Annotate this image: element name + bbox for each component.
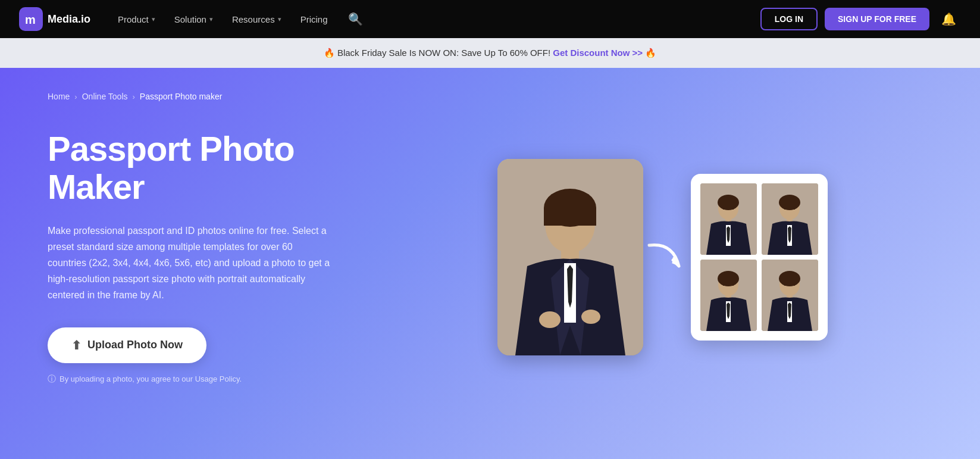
navbar: m Media.io Product ▾ Solution ▾ Resource… — [0, 0, 980, 38]
fire-icon-left: 🔥 — [324, 48, 335, 58]
disclaimer-text: By uploading a photo, you agree to our U… — [60, 374, 242, 383]
nav-pricing[interactable]: Pricing — [292, 10, 336, 29]
hero-left: Passport Photo Maker Make professional p… — [48, 130, 357, 385]
chevron-down-icon: ▾ — [278, 15, 281, 23]
svg-rect-4 — [544, 208, 596, 226]
hero-illustration — [393, 138, 932, 376]
breadcrumb-separator: › — [133, 92, 135, 101]
info-icon: ⓘ — [48, 374, 56, 385]
logo-text: Media.io — [48, 13, 90, 26]
svg-point-8 — [539, 311, 561, 328]
search-icon[interactable]: 🔍 — [343, 7, 368, 31]
disclaimer: ⓘ By uploading a photo, you agree to our… — [48, 374, 357, 385]
banner-text: Black Friday Sale Is NOW ON: Save Up To … — [337, 48, 550, 58]
page-title: Passport Photo Maker — [48, 130, 357, 206]
hero-description: Make professional passport and ID photos… — [48, 223, 333, 304]
logo-icon: m — [19, 7, 43, 31]
breadcrumb-separator: › — [74, 92, 77, 101]
nav-solution[interactable]: Solution ▾ — [166, 10, 221, 29]
passport-result-grid — [691, 174, 828, 341]
hero-body: Passport Photo Maker Make professional p… — [48, 130, 932, 385]
svg-text:m: m — [25, 13, 36, 26]
nav-actions: LOG IN SIGN UP FOR FREE 🔔 — [760, 7, 961, 31]
svg-rect-13 — [723, 202, 734, 210]
person-background — [497, 159, 643, 355]
upload-button[interactable]: ⬆ Upload Photo Now — [48, 327, 206, 363]
passport-thumb-4 — [762, 260, 818, 331]
svg-rect-20 — [784, 202, 795, 210]
fire-icon-right: 🔥 — [645, 48, 656, 58]
logo-link[interactable]: m Media.io — [19, 7, 90, 31]
passport-thumb-2 — [762, 183, 818, 255]
passport-grid — [700, 183, 818, 331]
breadcrumb-current: Passport Photo maker — [140, 92, 223, 101]
chevron-down-icon: ▾ — [209, 15, 213, 23]
source-photo — [497, 159, 643, 355]
breadcrumb-online-tools[interactable]: Online Tools — [82, 92, 128, 101]
nav-resources[interactable]: Resources ▾ — [224, 10, 290, 29]
nav-links: Product ▾ Solution ▾ Resources ▾ Pricing… — [109, 7, 760, 31]
svg-point-9 — [581, 310, 600, 324]
bell-icon[interactable]: 🔔 — [937, 7, 961, 31]
nav-product[interactable]: Product ▾ — [109, 10, 164, 29]
passport-thumb-3 — [700, 260, 757, 331]
promo-banner: 🔥 Black Friday Sale Is NOW ON: Save Up T… — [0, 38, 980, 68]
breadcrumb-home[interactable]: Home — [48, 92, 70, 101]
transform-arrow — [643, 233, 691, 281]
passport-thumb-1 — [700, 183, 757, 255]
upload-icon: ⬆ — [71, 338, 82, 352]
svg-rect-34 — [784, 279, 795, 286]
svg-rect-27 — [723, 279, 734, 286]
hero-section: Home › Online Tools › Passport Photo mak… — [0, 68, 980, 459]
chevron-down-icon: ▾ — [152, 15, 155, 23]
discount-link[interactable]: Get Discount Now >> — [553, 48, 643, 58]
breadcrumb: Home › Online Tools › Passport Photo mak… — [48, 92, 932, 101]
signup-button[interactable]: SIGN UP FOR FREE — [825, 8, 929, 30]
login-button[interactable]: LOG IN — [760, 8, 818, 30]
